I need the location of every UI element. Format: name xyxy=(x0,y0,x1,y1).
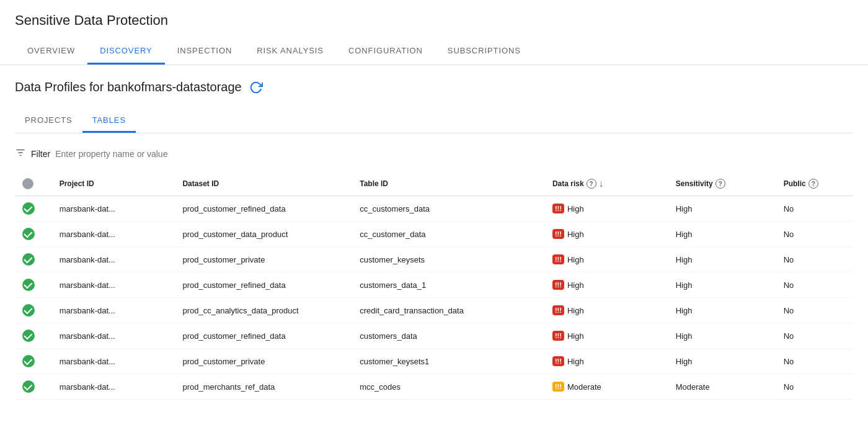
risk-label: High xyxy=(567,281,584,290)
sub-tab-tables[interactable]: TABLES xyxy=(82,109,136,133)
project-id-cell: marsbank-dat... xyxy=(52,374,175,400)
sensitivity-cell: High xyxy=(668,349,776,374)
table-row[interactable]: marsbank-dat...prod_customer_refined_dat… xyxy=(15,272,853,298)
data-risk-help-icon[interactable]: ? xyxy=(587,179,596,189)
risk-badge: !!!High xyxy=(552,254,584,264)
table-id-cell: customer_keysets1 xyxy=(352,349,545,374)
table-id-cell: customer_keysets xyxy=(352,247,545,272)
project-id-cell: marsbank-dat... xyxy=(52,222,175,247)
risk-label: High xyxy=(567,255,584,264)
sensitivity-cell: High xyxy=(668,222,776,247)
nav-tab-discovery[interactable]: DISCOVERY xyxy=(87,38,165,65)
row-status-icon xyxy=(22,330,35,342)
refresh-button[interactable] xyxy=(249,81,263,94)
filter-input[interactable] xyxy=(55,149,853,159)
data-risk-cell: !!!High xyxy=(545,349,668,374)
risk-badge: !!!High xyxy=(552,356,584,366)
data-risk-cell: !!!High xyxy=(545,247,668,272)
row-status-icon xyxy=(22,228,35,240)
project-id-cell: marsbank-dat... xyxy=(52,196,175,222)
table-row[interactable]: marsbank-dat...prod_customer_privatecust… xyxy=(15,247,853,272)
public-help-icon[interactable]: ? xyxy=(808,179,818,189)
sensitivity-cell: Moderate xyxy=(668,374,776,400)
risk-badge: !!!Moderate xyxy=(552,382,601,392)
risk-level-icon: !!! xyxy=(552,229,564,239)
risk-label: High xyxy=(567,357,584,366)
filter-label: Filter xyxy=(31,149,50,159)
public-cell: No xyxy=(776,349,853,374)
dataset-id-cell: prod_customer_refined_data xyxy=(175,196,352,222)
table-row[interactable]: marsbank-dat...prod_merchants_ref_datamc… xyxy=(15,374,853,400)
nav-tabs: OVERVIEWDISCOVERYINSPECTIONRISK ANALYSIS… xyxy=(15,38,853,65)
public-cell: No xyxy=(776,222,853,247)
sensitivity-cell: High xyxy=(668,298,776,323)
data-table: Project ID Dataset ID Table ID Data risk xyxy=(15,172,853,400)
page-heading-title: Data Profiles for bankofmars-datastorage xyxy=(15,80,242,94)
risk-label: High xyxy=(567,204,584,213)
table-id-cell: cc_customer_data xyxy=(352,222,545,247)
table-row[interactable]: marsbank-dat...prod_customer_privatecust… xyxy=(15,349,853,374)
risk-badge: !!!High xyxy=(552,204,584,213)
dataset-id-cell: prod_customer_refined_data xyxy=(175,272,352,298)
risk-badge: !!!High xyxy=(552,280,584,290)
main-content: Data Profiles for bankofmars-datastorage… xyxy=(0,65,868,400)
table-id-cell: credit_card_transaction_data xyxy=(352,298,545,323)
sensitivity-header: Sensitivity ? xyxy=(676,179,769,189)
risk-level-icon: !!! xyxy=(552,356,564,366)
risk-level-icon: !!! xyxy=(552,280,564,290)
public-cell: No xyxy=(776,247,853,272)
table-row[interactable]: marsbank-dat...prod_cc_analytics_data_pr… xyxy=(15,298,853,323)
sensitivity-help-icon[interactable]: ? xyxy=(715,179,725,189)
project-id-header: Project ID xyxy=(60,179,168,188)
nav-tab-subscriptions[interactable]: SUBSCRIPTIONS xyxy=(435,38,533,65)
sensitivity-cell: High xyxy=(668,247,776,272)
risk-level-icon: !!! xyxy=(552,254,564,264)
sensitivity-cell: High xyxy=(668,196,776,222)
table-row[interactable]: marsbank-dat...prod_customer_refined_dat… xyxy=(15,323,853,349)
table-id-cell: customers_data_1 xyxy=(352,272,545,298)
app-header: Sensitive Data Protection OVERVIEWDISCOV… xyxy=(0,0,868,65)
public-cell: No xyxy=(776,374,853,400)
public-header: Public ? xyxy=(784,179,846,189)
project-id-cell: marsbank-dat... xyxy=(52,349,175,374)
filter-bar: Filter xyxy=(15,143,853,164)
header-checkbox[interactable] xyxy=(22,178,33,189)
data-risk-cell: !!!High xyxy=(545,196,668,222)
risk-badge: !!!High xyxy=(552,331,584,341)
data-risk-cell: !!!High xyxy=(545,298,668,323)
public-cell: No xyxy=(776,196,853,222)
project-id-cell: marsbank-dat... xyxy=(52,272,175,298)
nav-tab-overview[interactable]: OVERVIEW xyxy=(15,38,87,65)
risk-label: High xyxy=(567,230,584,239)
app-title: Sensitive Data Protection xyxy=(15,12,853,29)
risk-label: High xyxy=(567,331,584,341)
sub-tab-projects[interactable]: PROJECTS xyxy=(15,109,82,133)
sensitivity-cell: High xyxy=(668,272,776,298)
dataset-id-cell: prod_cc_analytics_data_product xyxy=(175,298,352,323)
data-risk-cell: !!!Moderate xyxy=(545,374,668,400)
row-status-icon xyxy=(22,355,35,367)
dataset-id-header: Dataset ID xyxy=(182,179,345,188)
data-risk-cell: !!!High xyxy=(545,222,668,247)
table-id-cell: mcc_codes xyxy=(352,374,545,400)
row-status-icon xyxy=(22,279,35,291)
table-row[interactable]: marsbank-dat...prod_customer_refined_dat… xyxy=(15,196,853,222)
dataset-id-cell: prod_customer_data_product xyxy=(175,222,352,247)
risk-level-icon: !!! xyxy=(552,382,564,392)
risk-badge: !!!High xyxy=(552,305,584,315)
sub-tabs: PROJECTSTABLES xyxy=(15,109,853,133)
nav-tab-configuration[interactable]: CONFIGURATION xyxy=(336,38,435,65)
data-risk-cell: !!!High xyxy=(545,323,668,349)
risk-level-icon: !!! xyxy=(552,331,564,341)
data-risk-header: Data risk ? ↓ xyxy=(552,178,661,189)
data-risk-sort-icon[interactable]: ↓ xyxy=(599,178,604,189)
risk-label: High xyxy=(567,306,584,315)
risk-level-icon: !!! xyxy=(552,204,564,213)
table-row[interactable]: marsbank-dat...prod_customer_data_produc… xyxy=(15,222,853,247)
nav-tab-inspection[interactable]: INSPECTION xyxy=(165,38,245,65)
dataset-id-cell: prod_merchants_ref_data xyxy=(175,374,352,400)
project-id-cell: marsbank-dat... xyxy=(52,323,175,349)
data-risk-cell: !!!High xyxy=(545,272,668,298)
nav-tab-risk-analysis[interactable]: RISK ANALYSIS xyxy=(244,38,336,65)
row-status-icon xyxy=(22,304,35,316)
